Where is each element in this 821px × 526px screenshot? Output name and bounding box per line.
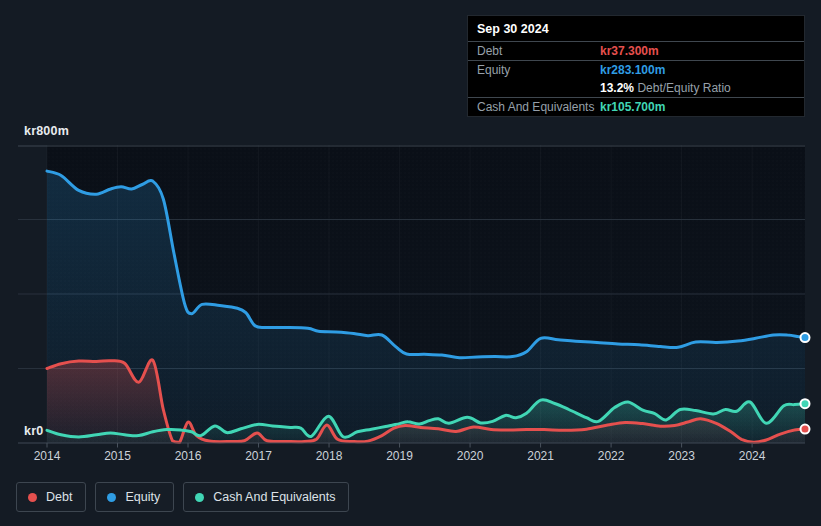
x-axis-label-2023: 2023 <box>659 449 705 463</box>
x-axis: 2014201520162017201820192020202120222023… <box>0 449 821 465</box>
legend-item-cash[interactable]: Cash And Equivalents <box>183 482 349 512</box>
y-axis-max-label: kr800m <box>24 124 69 138</box>
x-axis-label-2017: 2017 <box>236 449 282 463</box>
tooltip-debt-label: Debt <box>477 44 600 58</box>
tooltip-row-cash: Cash And Equivalents kr105.700m <box>468 97 804 116</box>
x-axis-label-2019: 2019 <box>377 449 423 463</box>
tooltip-ratio: 13.2% Debt/Equity Ratio <box>600 81 731 95</box>
x-axis-label-2015: 2015 <box>95 449 141 463</box>
tooltip-ratio-value: 13.2% <box>600 81 634 95</box>
legend-debt-label: Debt <box>46 490 72 504</box>
x-axis-label-2024: 2024 <box>729 449 775 463</box>
debt-dot-icon <box>28 493 37 502</box>
x-axis-label-2016: 2016 <box>165 449 211 463</box>
legend-item-debt[interactable]: Debt <box>16 482 86 512</box>
debt-end-marker[interactable] <box>801 425 810 434</box>
x-axis-label-2014: 2014 <box>24 449 70 463</box>
tooltip-equity-value: kr283.100m <box>600 63 665 77</box>
legend: Debt Equity Cash And Equivalents <box>16 482 349 512</box>
tooltip-ratio-label: Debt/Equity Ratio <box>637 81 730 95</box>
tooltip-row-debt: Debt kr37.300m <box>468 41 804 60</box>
y-axis-min-label: kr0 <box>24 424 43 438</box>
cash-dot-icon <box>195 493 204 502</box>
tooltip-equity-label: Equity <box>477 63 600 77</box>
equity-dot-icon <box>107 493 116 502</box>
cash-end-marker[interactable] <box>801 399 810 408</box>
x-axis-label-2020: 2020 <box>447 449 493 463</box>
equity-end-marker[interactable] <box>801 333 810 342</box>
tooltip-debt-value: kr37.300m <box>600 44 659 58</box>
x-axis-label-2021: 2021 <box>518 449 564 463</box>
tooltip-cash-label: Cash And Equivalents <box>477 100 600 114</box>
legend-cash-label: Cash And Equivalents <box>213 490 335 504</box>
debt-equity-chart-page: kr800m kr0 20142015201620172018201920202… <box>0 0 821 526</box>
legend-item-equity[interactable]: Equity <box>95 482 174 512</box>
tooltip-cash-value: kr105.700m <box>600 100 665 114</box>
tooltip-row-ratio: 13.2% Debt/Equity Ratio <box>468 79 804 97</box>
legend-equity-label: Equity <box>125 490 160 504</box>
tooltip-date: Sep 30 2024 <box>468 16 804 41</box>
x-axis-label-2018: 2018 <box>306 449 352 463</box>
x-axis-label-2022: 2022 <box>588 449 634 463</box>
tooltip: Sep 30 2024 Debt kr37.300m Equity kr283.… <box>467 15 805 117</box>
tooltip-row-equity: Equity kr283.100m <box>468 60 804 79</box>
